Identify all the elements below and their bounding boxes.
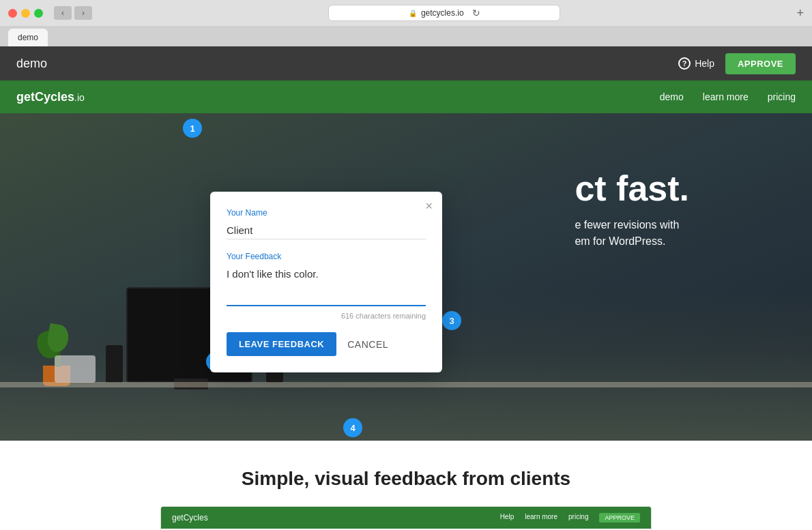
feedback-label: Your Feedback [227, 252, 426, 261]
minimize-button[interactable] [21, 9, 30, 18]
leave-feedback-button[interactable]: LEAVE FEEDBACK [227, 332, 336, 356]
logo-get: get [16, 90, 35, 104]
preview-nav-links: Help learn more pricing APPROVE [500, 513, 640, 522]
help-button[interactable]: ? Help [678, 57, 714, 70]
active-tab[interactable]: demo [8, 29, 48, 46]
tab-label: demo [18, 33, 38, 42]
logo-cycles: Cycles [35, 90, 74, 104]
approve-button[interactable]: APPROVE [725, 53, 796, 74]
browser-chrome: ‹ › 🔒 getcycles.io ↻ + demo [0, 0, 812, 46]
name-label: Your Name [227, 208, 426, 218]
preview-pricing: pricing [568, 513, 588, 522]
app-header: demo demo ? Help APPROVE [0, 46, 812, 80]
back-button[interactable]: ‹ [54, 6, 72, 20]
below-fold-heading: Simple, visual feedback from clients [16, 468, 796, 490]
logo-tld: .io [74, 92, 85, 103]
modal-overlay: × Your Name Your Feedback 616 characters… [0, 113, 812, 441]
preview-approve-badge: APPROVE [599, 513, 640, 522]
help-label: Help [695, 58, 714, 69]
feedback-modal: × Your Name Your Feedback 616 characters… [210, 192, 442, 372]
preview-logo: getCycles [172, 513, 208, 522]
preview-help: Help [500, 513, 514, 522]
nav-pricing[interactable]: pricing [768, 91, 796, 102]
site-nav: getCycles.io demo learn more pricing [0, 80, 812, 113]
window-controls [8, 9, 43, 18]
address-bar[interactable]: 🔒 getcycles.io ↻ [328, 5, 560, 21]
below-fold-section: Simple, visual feedback from clients get… [0, 441, 812, 530]
feedback-field-group: Your Feedback 616 characters remaining [227, 252, 426, 320]
browser-titlebar: ‹ › 🔒 getcycles.io ↻ + [0, 0, 812, 26]
modal-close-button[interactable]: × [425, 200, 433, 212]
url-text: getcycles.io [421, 8, 464, 18]
app-title: demo [16, 57, 678, 71]
site-content: getCycles.io demo learn more pricing [0, 80, 812, 530]
feedback-textarea[interactable] [227, 265, 426, 306]
site-logo: getCycles.io [16, 90, 85, 104]
name-field-group: Your Name [227, 208, 426, 239]
header-actions: ? Help APPROVE [678, 53, 796, 74]
nav-demo[interactable]: demo [660, 91, 684, 102]
refresh-button[interactable]: ↻ [472, 8, 480, 18]
address-bar-wrap: 🔒 getcycles.io ↻ [98, 5, 791, 21]
add-tab-button[interactable]: + [796, 6, 804, 20]
nav-buttons: ‹ › [54, 6, 92, 20]
help-icon: ? [678, 57, 691, 70]
preview-nav: getCycles Help learn more pricing APPROV… [161, 507, 651, 529]
browser-tabs: demo [0, 26, 812, 46]
preview-learn-more: learn more [525, 513, 557, 522]
lock-icon: 🔒 [409, 10, 417, 17]
preview-image: getCycles Help learn more pricing APPROV… [160, 506, 652, 530]
char-count: 616 characters remaining [227, 312, 426, 320]
modal-actions: LEAVE FEEDBACK CANCEL [227, 332, 426, 356]
close-button[interactable] [8, 9, 17, 18]
maximize-button[interactable] [34, 9, 43, 18]
hero: ct fast. e fewer revisions with em for W… [0, 113, 812, 441]
name-input[interactable] [227, 222, 426, 239]
nav-learn-more[interactable]: learn more [703, 91, 749, 102]
forward-button[interactable]: › [74, 6, 92, 20]
site-nav-links: demo learn more pricing [660, 91, 796, 102]
cancel-button[interactable]: CANCEL [347, 339, 388, 350]
